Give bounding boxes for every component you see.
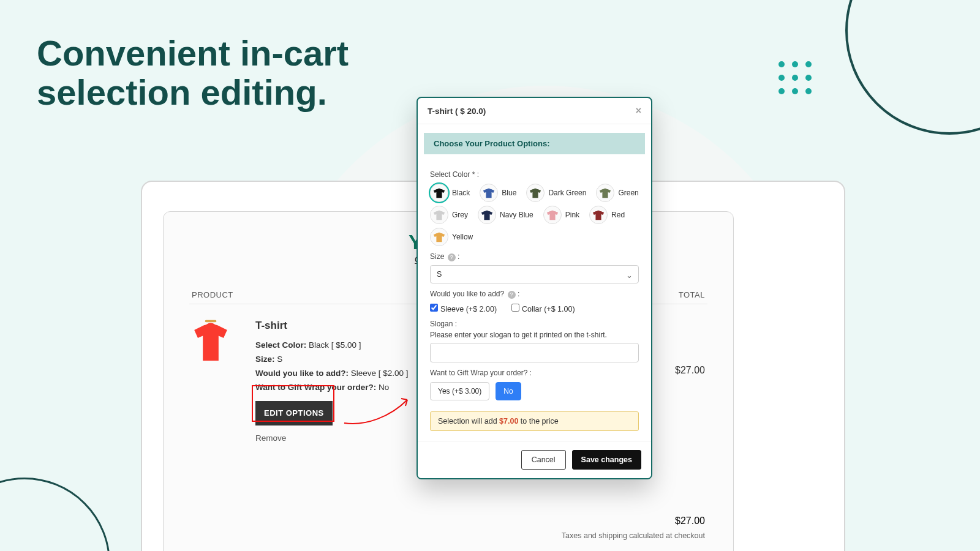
addon-sleeve-checkbox[interactable]: Sleeve (+$ 2.00) bbox=[430, 304, 497, 313]
size-value: S bbox=[275, 354, 283, 364]
shipping-note: Taxes and shipping calculated at checkou… bbox=[562, 531, 705, 540]
price-delta-banner: Selection will add $7.00 to the price bbox=[430, 411, 639, 431]
column-header-product: PRODUCT bbox=[192, 290, 233, 299]
color-swatch-red[interactable]: Red bbox=[589, 206, 625, 224]
help-icon[interactable]: ? bbox=[508, 291, 516, 299]
slogan-input[interactable] bbox=[430, 343, 639, 362]
line-total: $27.00 bbox=[675, 365, 705, 376]
color-label: Select Color: bbox=[255, 340, 306, 350]
close-icon[interactable]: × bbox=[636, 105, 641, 116]
addon-value: Sleeve [ $2.00 ] bbox=[349, 369, 409, 378]
arrow-annotation bbox=[341, 392, 415, 429]
edit-options-modal: T-shirt ( $ 20.0) × Choose Your Product … bbox=[417, 97, 652, 479]
modal-banner: Choose Your Product Options: bbox=[424, 133, 645, 154]
cart-subtotal: $27.00 bbox=[675, 515, 705, 527]
giftwrap-field-label: Want to Gift Wrap your order? : bbox=[430, 369, 639, 377]
slogan-hint: Please enter your slogan to get it print… bbox=[430, 331, 639, 339]
column-header-total: TOTAL bbox=[679, 290, 705, 299]
size-field-label: Size ? : bbox=[430, 252, 639, 261]
color-swatch-grey[interactable]: Grey bbox=[430, 206, 468, 224]
page-title: Convenient in-cart selection editing. bbox=[37, 34, 404, 112]
help-icon[interactable]: ? bbox=[448, 253, 456, 261]
color-field-label: Select Color * : bbox=[430, 170, 639, 179]
color-swatch-yellow[interactable]: Yellow bbox=[430, 228, 473, 246]
addon-collar-checkbox[interactable]: Collar (+$ 1.00) bbox=[511, 304, 575, 313]
color-swatch-navy-blue[interactable]: Navy Blue bbox=[478, 206, 533, 224]
color-swatch-black[interactable]: Black bbox=[430, 184, 470, 202]
save-button[interactable]: Save changes bbox=[572, 450, 641, 470]
color-swatch-dark-green[interactable]: Dark Green bbox=[526, 184, 586, 202]
color-swatch-green[interactable]: Green bbox=[596, 184, 638, 202]
product-thumbnail bbox=[189, 316, 232, 365]
size-label: Size: bbox=[255, 354, 275, 364]
color-swatch-pink[interactable]: Pink bbox=[543, 206, 579, 224]
wrap-value: No bbox=[376, 383, 389, 392]
decorative-dots bbox=[778, 61, 812, 94]
giftwrap-no-button[interactable]: No bbox=[496, 382, 521, 400]
color-swatch-blue[interactable]: Blue bbox=[480, 184, 516, 202]
svg-rect-0 bbox=[205, 320, 217, 323]
modal-title: T-shirt ( $ 20.0) bbox=[428, 107, 486, 116]
cancel-button[interactable]: Cancel bbox=[521, 450, 566, 470]
size-select[interactable]: S bbox=[430, 265, 639, 283]
addons-field-label: Would you like to add? ? : bbox=[430, 290, 639, 299]
product-name: T-shirt bbox=[255, 317, 409, 335]
decorative-ring-top bbox=[845, 0, 980, 135]
addon-label: Would you like to add?: bbox=[255, 369, 349, 378]
highlight-annotation bbox=[252, 385, 334, 422]
slogan-field-label: Slogan : bbox=[430, 320, 639, 328]
color-value: Black [ $5.00 ] bbox=[306, 340, 361, 350]
giftwrap-yes-button[interactable]: Yes (+$ 3.00) bbox=[430, 382, 489, 400]
decorative-ring-bottom bbox=[0, 478, 110, 551]
remove-link[interactable]: Remove bbox=[255, 432, 409, 446]
color-swatch-group: Black Blue Dark Green Green Grey Navy Bl… bbox=[430, 184, 639, 246]
